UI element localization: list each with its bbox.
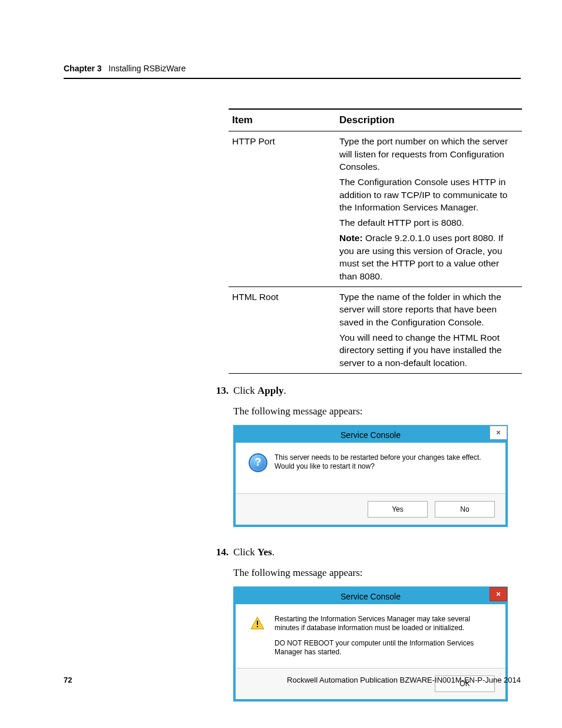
- step-followup: The following message appears:: [233, 565, 508, 581]
- col-desc-header: Description: [336, 109, 522, 131]
- step-13: 13. Click Apply. The following message a…: [229, 383, 521, 535]
- dialog-message: This server needs to be restarted before…: [275, 453, 494, 472]
- dialog-message: Restarting the Information Services Mana…: [275, 615, 494, 657]
- chapter-title: Installing RSBizWare: [108, 64, 186, 73]
- close-button[interactable]: ×: [490, 426, 507, 440]
- dialog-button-row: Yes No: [236, 493, 505, 525]
- table-row: HTML Root Type the name of the folder in…: [229, 286, 522, 373]
- step-text: Click Apply.: [233, 383, 508, 398]
- dialog-titlebar: Service Console ×: [236, 427, 505, 443]
- table-row: HTTP Port Type the port number on which …: [229, 131, 522, 287]
- page-number: 72: [64, 676, 72, 684]
- dialog-titlebar: Service Console ×: [236, 589, 505, 604]
- close-icon: ×: [496, 587, 501, 602]
- col-item-header: Item: [229, 109, 336, 131]
- svg-rect-1: [257, 621, 258, 625]
- close-button[interactable]: ×: [490, 587, 507, 601]
- page-footer: 72 Rockwell Automation Publication BZWAR…: [64, 676, 521, 684]
- yes-button[interactable]: Yes: [368, 501, 428, 518]
- svg-rect-2: [257, 626, 258, 627]
- dialog-title: Service Console: [340, 592, 401, 601]
- desc-cell: Type the port number on which the server…: [336, 131, 522, 287]
- step-14: 14. Click Yes. The following message app…: [229, 545, 521, 710]
- item-cell: HTTP Port: [229, 131, 336, 287]
- warning-icon: [249, 616, 266, 630]
- close-icon: ×: [496, 425, 501, 440]
- step-number: 13.: [207, 383, 229, 535]
- step-number: 14.: [207, 545, 229, 710]
- step-text: Click Yes.: [233, 545, 508, 560]
- desc-cell: Type the name of the folder in which the…: [336, 286, 522, 373]
- header-rule: [64, 78, 521, 79]
- item-cell: HTML Root: [229, 286, 336, 373]
- service-console-dialog-restart: Service Console × ? This server needs to…: [233, 425, 508, 527]
- step-followup: The following message appears:: [233, 404, 508, 419]
- publication-id: Rockwell Automation Publication BZWARE-I…: [287, 676, 521, 684]
- chapter-label: Chapter 3: [64, 64, 102, 73]
- running-header: Chapter 3 Installing RSBizWare: [64, 64, 521, 73]
- config-table: Item Description HTTP Port Type the port…: [229, 108, 522, 374]
- dialog-title: Service Console: [340, 430, 401, 440]
- no-button[interactable]: No: [435, 501, 495, 518]
- question-icon: ?: [249, 453, 266, 472]
